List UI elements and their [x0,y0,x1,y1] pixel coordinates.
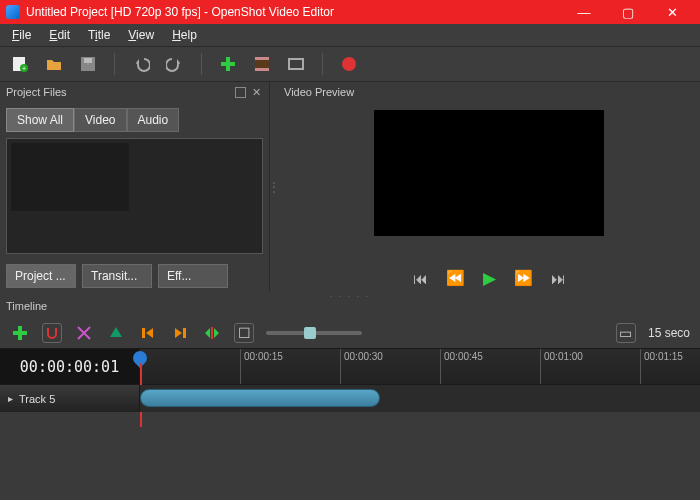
tab-transitions[interactable]: Transit... [82,264,152,288]
menubar: File Edit Title View Help [0,24,700,46]
project-files-area[interactable] [6,138,263,254]
app-icon [6,5,20,19]
video-preview-canvas[interactable] [374,110,604,236]
project-files-panel: Project Files ✕ Show All Video Audio Pro… [0,82,270,292]
timeline-panel: Timeline ☐ ▭ 15 seco 00:00:00:01 00:00:1… [0,300,700,412]
rewind-icon[interactable]: ⏪ [446,269,465,287]
save-project-icon[interactable] [78,54,98,74]
choose-profile-icon[interactable] [252,54,272,74]
add-track-icon[interactable] [10,323,30,343]
zoom-slider[interactable] [266,331,362,335]
previous-marker-icon[interactable] [138,323,158,343]
filter-audio[interactable]: Audio [127,108,180,132]
timeline-title: Timeline [0,300,700,318]
panel-close-icon[interactable]: ✕ [252,87,263,98]
tab-effects[interactable]: Eff... [158,264,228,288]
video-preview-header: Video Preview [278,82,700,102]
center-playhead-icon[interactable] [202,323,222,343]
zoom-handle[interactable] [304,327,316,339]
timeline-options-icon[interactable]: ☐ [234,323,254,343]
panel-bottom-tabs: Project ... Transit... Eff... [0,260,269,292]
track-lane[interactable] [140,385,700,412]
open-project-icon[interactable] [44,54,64,74]
transport-controls: ⏮ ⏪ ▶ ⏩ ⏭ [278,264,700,292]
window-controls: — ▢ ✕ [562,0,694,24]
panels-row: Project Files ✕ Show All Video Audio Pro… [0,82,700,292]
next-marker-icon[interactable] [170,323,190,343]
razor-icon[interactable] [74,323,94,343]
filter-video[interactable]: Video [74,108,126,132]
snap-icon[interactable] [42,323,62,343]
undo-icon[interactable] [131,54,151,74]
vertical-splitter[interactable]: ⋮ [270,82,278,292]
jump-end-icon[interactable]: ⏭ [551,270,566,287]
close-button[interactable]: ✕ [650,0,694,24]
track-row: ▸ Track 5 [0,384,700,412]
timeline-ruler[interactable]: 00:00:15 00:00:30 00:00:45 00:01:00 00:0… [140,349,700,384]
ruler-tick: 00:01:15 [640,349,683,384]
titlebar: Untitled Project [HD 720p 30 fps] - Open… [0,0,700,24]
fast-forward-icon[interactable]: ⏩ [514,269,533,287]
svg-rect-4 [84,58,92,63]
import-files-icon[interactable] [218,54,238,74]
menu-view[interactable]: View [120,26,162,44]
track-label[interactable]: ▸ Track 5 [0,385,140,412]
svg-rect-14 [142,328,145,338]
add-marker-icon[interactable] [106,323,126,343]
new-project-icon[interactable]: + [10,54,30,74]
svg-rect-16 [211,327,213,339]
ruler-tick: 00:00:45 [440,349,483,384]
svg-rect-15 [183,328,186,338]
project-files-header: Project Files ✕ [0,82,269,102]
svg-rect-8 [255,57,269,60]
horizontal-splitter[interactable]: · · · · · [0,292,700,300]
clip[interactable] [140,389,380,407]
menu-title[interactable]: Title [80,26,118,44]
timeline-ruler-row: 00:00:00:01 00:00:15 00:00:30 00:00:45 0… [0,348,700,384]
ruler-tick: 00:01:00 [540,349,583,384]
ruler-tick: 00:00:15 [240,349,283,384]
tab-project-files[interactable]: Project ... [6,264,76,288]
file-thumbnail[interactable] [11,143,129,211]
main-toolbar: + [0,46,700,82]
video-preview-title: Video Preview [284,86,354,98]
video-preview-panel: Video Preview ⏮ ⏪ ▶ ⏩ ⏭ [278,82,700,292]
panel-detach-icon[interactable] [235,87,246,98]
zoom-label: 15 seco [648,326,690,340]
menu-help[interactable]: Help [164,26,205,44]
timecode-display[interactable]: 00:00:00:01 [0,349,140,384]
filter-show-all[interactable]: Show All [6,108,74,132]
svg-rect-10 [289,59,303,69]
window-title: Untitled Project [HD 720p 30 fps] - Open… [26,5,334,19]
svg-rect-9 [255,68,269,71]
ruler-tick: 00:00:30 [340,349,383,384]
redo-icon[interactable] [165,54,185,74]
maximize-button[interactable]: ▢ [606,0,650,24]
zoom-box-icon[interactable]: ▭ [616,323,636,343]
project-files-title: Project Files [6,86,67,98]
play-icon[interactable]: ▶ [483,268,496,289]
menu-file[interactable]: File [4,26,39,44]
jump-start-icon[interactable]: ⏮ [413,270,428,287]
fullscreen-icon[interactable] [286,54,306,74]
svg-rect-13 [13,331,27,335]
svg-rect-6 [221,62,235,66]
timeline-toolbar: ☐ ▭ 15 seco [0,318,700,348]
svg-text:+: + [22,65,26,72]
menu-edit[interactable]: Edit [41,26,78,44]
export-video-icon[interactable] [339,54,359,74]
track-name: Track 5 [19,393,55,405]
svg-point-11 [342,57,356,71]
track-chevron-icon[interactable]: ▸ [8,393,13,404]
minimize-button[interactable]: — [562,0,606,24]
filter-tabs: Show All Video Audio [0,102,269,138]
